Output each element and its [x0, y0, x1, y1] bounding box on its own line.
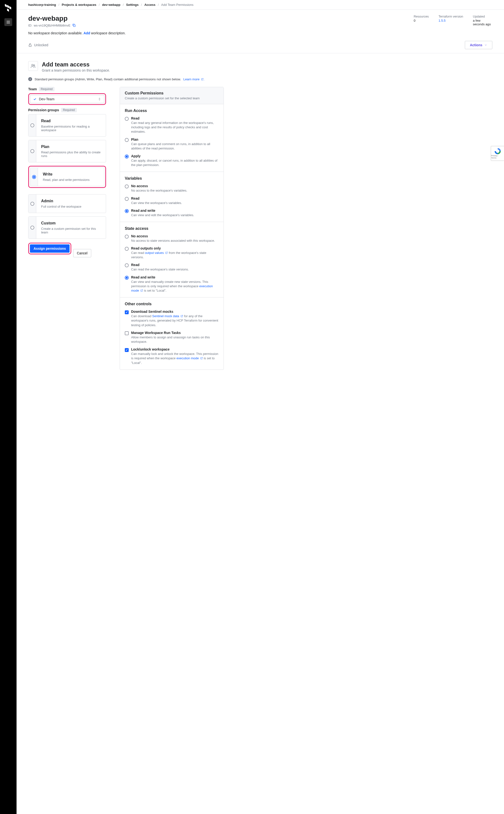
checkbox[interactable]	[125, 331, 129, 335]
run-access-option[interactable]: Plan Can queue plans and comment on runs…	[125, 137, 219, 151]
radio[interactable]	[125, 117, 129, 121]
add-description-link[interactable]: Add	[83, 31, 90, 35]
radio[interactable]	[125, 276, 129, 280]
state-option[interactable]: Read Can read the workspace's state vers…	[125, 263, 219, 272]
option-desc: Can download Sentinel mock data for any …	[131, 314, 219, 327]
unlock-icon	[28, 43, 32, 47]
option-label: Read	[131, 116, 219, 120]
inline-link[interactable]: output values	[145, 251, 168, 255]
radio[interactable]	[125, 235, 129, 238]
cancel-button[interactable]: Cancel	[73, 249, 91, 257]
perm-desc: Read, plan and write permissions	[43, 178, 99, 182]
radio[interactable]	[125, 184, 129, 188]
perm-group-admin[interactable]: Admin Full control of the workspace	[28, 194, 106, 213]
perm-desc: Baseline permissions for reading a works…	[41, 125, 101, 132]
state-option[interactable]: Read outputs only Can read output values…	[125, 246, 219, 259]
actions-button[interactable]: Actions	[465, 41, 492, 49]
radio[interactable]	[30, 123, 34, 127]
radio[interactable]	[125, 247, 129, 251]
terraform-logo-icon[interactable]	[4, 4, 12, 12]
state-option[interactable]: No access No access to state versions as…	[125, 234, 219, 243]
breadcrumb-org[interactable]: hashicorp-training	[28, 3, 56, 7]
other-option[interactable]: Lock/unlock workspace Can manually lock …	[125, 347, 219, 365]
radio[interactable]	[125, 263, 129, 267]
option-desc: Can view the workspace's variables.	[131, 201, 182, 205]
checkbox[interactable]	[125, 348, 129, 352]
perm-group-highlight: Write Read, plan and write permissions	[28, 166, 106, 188]
check-icon	[33, 97, 36, 101]
team-icon	[28, 61, 38, 71]
meta-updated-value: a few seconds ago	[473, 19, 492, 26]
perm-group-write[interactable]: Write Read, plan and write permissions	[30, 167, 104, 186]
custom-perm-subtitle: Create a custom permission set for the s…	[125, 96, 219, 100]
option-desc: Can read the workspace's state versions.	[131, 267, 189, 272]
radio[interactable]	[125, 197, 129, 201]
meta-resources-label: Resources	[414, 15, 429, 18]
select-chevrons-icon	[98, 97, 101, 101]
inline-link[interactable]: execution mode	[176, 356, 203, 360]
other-option[interactable]: Download Sentinel mocks Can download Sen…	[125, 310, 219, 327]
option-desc: No access to the workspace's variables.	[131, 188, 187, 193]
state-title: State access	[125, 226, 219, 231]
radio[interactable]	[125, 209, 129, 213]
radio[interactable]	[125, 155, 129, 158]
option-label: Apply	[131, 154, 219, 158]
radio[interactable]	[125, 138, 129, 142]
perm-desc: Read permissions plus the ability to cre…	[41, 150, 101, 158]
breadcrumb-settings[interactable]: Settings	[126, 3, 138, 7]
option-label: Read outputs only	[131, 246, 219, 250]
inline-link[interactable]: execution mode	[131, 284, 213, 292]
option-desc: Can apply, discard, or cancel runs, in a…	[131, 158, 219, 167]
other-option[interactable]: Manage Workspace Run Tasks Allow members…	[125, 331, 219, 344]
radio[interactable]	[30, 202, 34, 206]
perm-desc: Full control of the workspace	[41, 205, 101, 208]
option-label: Read	[131, 263, 189, 267]
custom-perm-title: Custom Permissions	[125, 91, 219, 95]
external-link-icon	[140, 289, 143, 292]
required-badge: Required	[61, 108, 77, 112]
meta-tf-value[interactable]: 1.5.5	[439, 19, 463, 22]
sidebar-menu-button[interactable]	[4, 18, 12, 26]
variables-option[interactable]: Read and write Can view and edit the wor…	[125, 209, 219, 217]
option-label: Plan	[131, 137, 219, 141]
svg-point-3	[34, 65, 35, 66]
variables-option[interactable]: Read Can view the workspace's variables.	[125, 196, 219, 205]
run-access-option[interactable]: Read Can read any general information on…	[125, 116, 219, 134]
perm-desc: Create a custom permission set for this …	[41, 227, 101, 234]
perm-group-custom[interactable]: Custom Create a custom permission set fo…	[28, 216, 106, 239]
svg-rect-0	[73, 25, 75, 27]
external-link-icon	[165, 251, 168, 254]
option-label: No access	[131, 184, 187, 188]
custom-permissions-panel: Custom Permissions Create a custom permi…	[120, 87, 224, 370]
option-desc: Can queue plans and comment on runs, in …	[131, 142, 219, 151]
copy-icon[interactable]	[72, 23, 76, 27]
breadcrumb-workspace[interactable]: dev-webapp	[102, 3, 120, 7]
recaptcha-badge[interactable]: Privacy - Terms	[491, 146, 504, 161]
breadcrumb-projects[interactable]: Projects & workspaces	[62, 3, 96, 7]
radio[interactable]	[30, 149, 34, 153]
option-desc: Allow members to assign and unassign run…	[131, 335, 219, 344]
variables-option[interactable]: No access No access to the workspace's v…	[125, 184, 219, 193]
info-icon: i	[28, 77, 32, 81]
inline-link[interactable]: Sentinel mock data	[152, 314, 183, 318]
assign-permissions-button[interactable]: Assign permissions	[30, 244, 70, 253]
state-option[interactable]: Read and write Can view and manually cre…	[125, 275, 219, 293]
svg-point-2	[32, 64, 33, 66]
radio[interactable]	[30, 226, 34, 229]
radio[interactable]	[32, 175, 36, 179]
option-desc: Can view and manually create new state v…	[131, 280, 219, 293]
learn-more-link[interactable]: Learn more .	[183, 77, 205, 81]
external-link-icon	[200, 357, 203, 359]
perm-title: Admin	[41, 199, 101, 203]
perm-group-read[interactable]: Read Baseline permissions for reading a …	[28, 114, 106, 137]
assign-button-highlight: Assign permissions	[28, 243, 71, 254]
run-access-option[interactable]: Apply Can apply, discard, or cancel runs…	[125, 154, 219, 167]
breadcrumb-access[interactable]: Access	[144, 3, 155, 7]
option-desc: No access to state versions associated w…	[131, 238, 215, 243]
team-select[interactable]: Dev-Team	[30, 95, 104, 103]
checkbox[interactable]	[125, 310, 129, 314]
run-access-title: Run Access	[125, 109, 219, 113]
meta-updated-label: Updated	[473, 15, 492, 18]
perm-group-plan[interactable]: Plan Read permissions plus the ability t…	[28, 140, 106, 162]
meta-tf-label: Terraform version	[439, 15, 463, 18]
